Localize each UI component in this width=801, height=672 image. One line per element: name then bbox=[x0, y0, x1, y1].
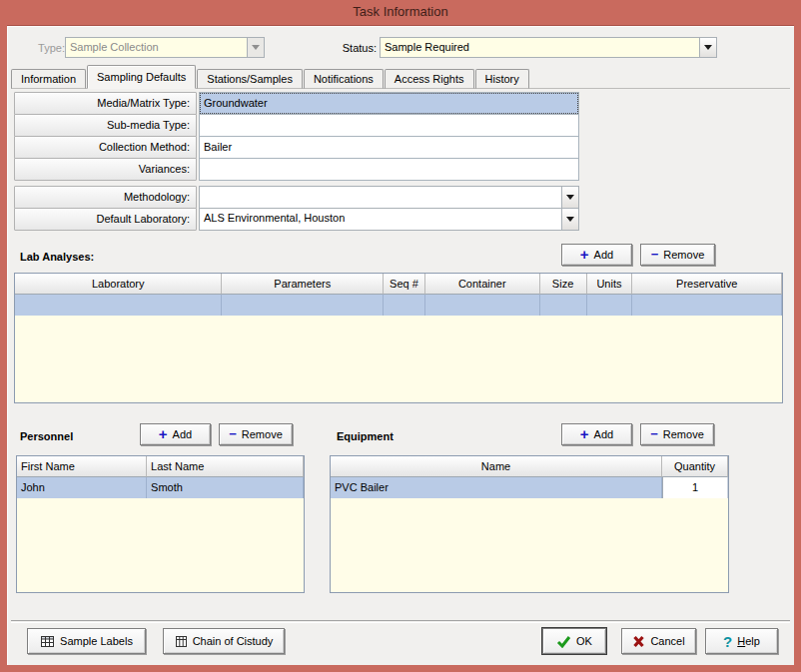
tab-information[interactable]: Information bbox=[11, 69, 86, 89]
personnel-title: Personnel bbox=[20, 429, 73, 443]
table-cell: John bbox=[17, 477, 147, 498]
chain-of-custody-button[interactable]: Chain of Cistudy bbox=[163, 628, 285, 654]
help-button[interactable]: ? Help bbox=[705, 628, 778, 654]
status-value: Sample Required bbox=[381, 38, 699, 57]
column-header-name: Name bbox=[331, 456, 662, 477]
type-value: Sample Collection bbox=[66, 38, 247, 57]
combo-value bbox=[200, 187, 561, 208]
combo-value: ALS Environmental, Houston bbox=[200, 209, 561, 230]
personnel-add-button[interactable]: + Add bbox=[140, 423, 211, 445]
table-columns-icon bbox=[175, 635, 188, 648]
form-row-label: Variances: bbox=[14, 158, 197, 181]
column-header-first-name: First Name bbox=[17, 456, 147, 477]
table-header-row: LaboratoryParametersSeq #ContainerSizeUn… bbox=[15, 274, 782, 295]
chevron-down-icon bbox=[247, 38, 264, 57]
tab-stations-samples[interactable]: Stations/Samples bbox=[197, 69, 303, 89]
column-header-quantity: Quantity bbox=[662, 456, 728, 477]
type-select: Sample Collection bbox=[65, 37, 265, 58]
default-laboratory-select[interactable]: ALS Environmental, Houston bbox=[199, 208, 579, 231]
table-cell bbox=[587, 295, 633, 316]
ok-button-label: OK bbox=[576, 635, 592, 647]
remove-button-label: Remove bbox=[663, 249, 704, 261]
table-cell bbox=[540, 295, 587, 316]
chevron-down-icon[interactable] bbox=[561, 187, 578, 208]
status-select[interactable]: Sample Required bbox=[380, 37, 717, 58]
personnel-remove-button[interactable]: − Remove bbox=[219, 423, 293, 445]
table-cell bbox=[425, 295, 540, 316]
form-row-methodology: Methodology: bbox=[14, 186, 579, 209]
form-row-media-matrix-type: Media/Matrix Type:Groundwater bbox=[14, 92, 579, 115]
column-header-seq: Seq # bbox=[384, 274, 425, 295]
form-row-collection-method: Collection Method:Bailer bbox=[14, 136, 579, 159]
red-x-icon bbox=[632, 635, 645, 648]
footer-separator bbox=[11, 620, 790, 622]
sample-labels-button[interactable]: Sample Labels bbox=[27, 628, 146, 654]
status-label: Status: bbox=[335, 40, 377, 56]
table-cell bbox=[15, 295, 222, 316]
minus-icon: − bbox=[229, 429, 237, 439]
task-information-dialog: Type: Sample Collection Status: Sample R… bbox=[7, 25, 794, 665]
table-cell: PVC Bailer bbox=[331, 477, 662, 498]
form-row-default-laboratory: Default Laboratory:ALS Environmental, Ho… bbox=[14, 208, 579, 231]
form-row-sub-media-type: Sub-media Type: bbox=[14, 114, 579, 137]
cancel-button[interactable]: Cancel bbox=[621, 628, 696, 654]
plus-icon: + bbox=[580, 429, 589, 439]
column-header-units: Units bbox=[587, 274, 633, 295]
chevron-down-icon[interactable] bbox=[699, 38, 716, 57]
personnel-table: First NameLast NameJohnSmoth bbox=[16, 455, 305, 593]
form-row-label: Collection Method: bbox=[14, 136, 197, 159]
window-title: Task Information bbox=[0, 0, 801, 25]
column-header-container: Container bbox=[425, 274, 540, 295]
equipment-table: NameQuantityPVC Bailer1 bbox=[330, 455, 729, 593]
table-cell bbox=[384, 295, 425, 316]
column-header-laboratory: Laboratory bbox=[15, 274, 222, 295]
table-grid-icon bbox=[40, 635, 55, 648]
equipment-remove-button[interactable]: − Remove bbox=[640, 423, 714, 445]
methodology-select[interactable] bbox=[199, 186, 579, 209]
sampling-defaults-dropdowns: Methodology:Default Laboratory:ALS Envir… bbox=[14, 186, 579, 231]
green-check-icon bbox=[556, 635, 571, 648]
ok-button[interactable]: OK bbox=[542, 628, 606, 654]
table-row[interactable]: PVC Bailer1 bbox=[331, 477, 728, 498]
form-row-label: Sub-media Type: bbox=[14, 114, 197, 137]
cancel-button-label: Cancel bbox=[650, 635, 684, 647]
equipment-add-button[interactable]: + Add bbox=[561, 423, 632, 445]
form-row-value[interactable] bbox=[199, 158, 579, 181]
equipment-title: Equipment bbox=[337, 429, 394, 443]
question-mark-icon: ? bbox=[723, 633, 732, 650]
remove-button-label: Remove bbox=[663, 428, 704, 440]
table-row[interactable] bbox=[15, 295, 782, 316]
help-button-label: Help bbox=[737, 635, 760, 647]
table-cell bbox=[632, 295, 782, 316]
minus-icon: − bbox=[650, 429, 658, 439]
tab-strip: InformationSampling DefaultsStations/Sam… bbox=[11, 65, 790, 89]
table-header-row: First NameLast Name bbox=[17, 456, 304, 477]
form-row-value[interactable]: Bailer bbox=[199, 136, 579, 159]
table-cell bbox=[222, 295, 384, 316]
chevron-down-icon[interactable] bbox=[561, 209, 578, 230]
form-row-label: Media/Matrix Type: bbox=[14, 92, 197, 115]
minus-icon: − bbox=[651, 250, 659, 260]
table-row[interactable]: JohnSmoth bbox=[17, 477, 304, 498]
lab-analyses-table: LaboratoryParametersSeq #ContainerSizeUn… bbox=[14, 273, 783, 403]
lab-analyses-remove-button[interactable]: − Remove bbox=[640, 244, 715, 266]
column-header-last-name: Last Name bbox=[147, 456, 304, 477]
tab-history[interactable]: History bbox=[475, 69, 529, 89]
add-button-label: Add bbox=[594, 249, 614, 261]
table-cell: Smoth bbox=[147, 477, 304, 498]
tab-access-rights[interactable]: Access Rights bbox=[385, 69, 474, 89]
form-row-value[interactable] bbox=[199, 114, 579, 137]
plus-icon: + bbox=[159, 429, 168, 439]
add-button-label: Add bbox=[173, 428, 193, 440]
column-header-parameters: Parameters bbox=[222, 274, 384, 295]
form-row-value[interactable]: Groundwater bbox=[199, 92, 579, 115]
lab-analyses-add-button[interactable]: + Add bbox=[561, 244, 632, 266]
tab-sampling-defaults[interactable]: Sampling Defaults bbox=[87, 65, 196, 89]
column-header-size: Size bbox=[540, 274, 587, 295]
tab-notifications[interactable]: Notifications bbox=[304, 69, 384, 89]
lab-analyses-title: Lab Analyses: bbox=[20, 250, 94, 264]
plus-icon: + bbox=[580, 250, 589, 260]
chain-of-custody-label: Chain of Cistudy bbox=[193, 635, 274, 647]
table-header-row: NameQuantity bbox=[331, 456, 728, 477]
remove-button-label: Remove bbox=[242, 428, 283, 440]
